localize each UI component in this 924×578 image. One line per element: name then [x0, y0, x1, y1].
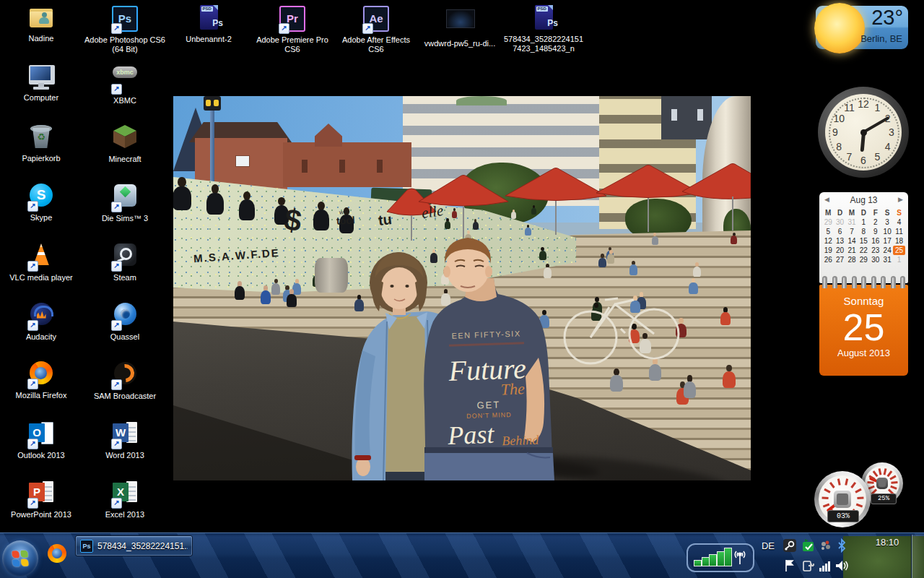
- calendar-day[interactable]: 29: [822, 217, 834, 227]
- aftereffects-icon: Ae↗: [362, 6, 390, 33]
- calendar-prev-button[interactable]: ◀: [824, 196, 829, 203]
- desktop-icon-excel[interactable]: X↗Excel 2013: [84, 478, 165, 519]
- calendar-day[interactable]: 9: [870, 227, 881, 236]
- open-photo-image[interactable]: M.S.A.W.F.DE $ wee tool tu elle: [173, 96, 751, 480]
- calendar-day[interactable]: 5: [822, 227, 834, 236]
- calendar-day[interactable]: 6: [834, 227, 845, 236]
- desktop-icon-psd-file[interactable]: PSDPsUnbenannt-2: [168, 4, 249, 44]
- desktop-icon-minecraft[interactable]: Minecraft: [84, 123, 165, 164]
- calendar-day[interactable]: 26: [822, 255, 834, 264]
- desktop-icon-outlook[interactable]: O↗Outlook 2013: [1, 419, 82, 460]
- calendar-day[interactable]: 30: [870, 255, 881, 264]
- desktop-icon-recycle-bin[interactable]: ♻Papierkorb: [1, 123, 82, 163]
- calendar-day[interactable]: 15: [858, 236, 869, 246]
- calendar-day[interactable]: 21: [846, 246, 858, 255]
- desktop-icon-audacity[interactable]: ↗Audacity: [1, 301, 82, 342]
- desktop-icon-powerpoint[interactable]: P↗PowerPoint 2013: [1, 478, 82, 519]
- calendar-day[interactable]: 17: [881, 236, 893, 246]
- security-tray-icon[interactable]: [801, 538, 816, 553]
- clock-numeral: 11: [844, 102, 855, 113]
- calendar-today-pad: Sonntag 25 August 2013: [819, 285, 908, 376]
- desktop-icon-sims3[interactable]: ↗Die Sims™ 3: [84, 182, 165, 223]
- calendar-day[interactable]: 13: [834, 236, 845, 246]
- shortcut-arrow-icon: ↗: [111, 320, 122, 331]
- shortcut-arrow-icon: ↗: [111, 439, 122, 449]
- desktop-icon-firefox[interactable]: ↗Mozilla Firefox: [1, 360, 82, 400]
- calendar-day[interactable]: 20: [834, 246, 845, 255]
- calendar-day[interactable]: 12: [822, 236, 834, 246]
- desktop-icon-label: Word 2013: [84, 451, 165, 460]
- taskbar-window-button[interactable]: Ps 578434_35282224151...: [75, 535, 193, 556]
- desktop-icon-image-file[interactable]: vwdwrd-pw5_ru-di...: [419, 4, 500, 48]
- calendar-day[interactable]: 2: [870, 217, 881, 227]
- volume-tray-icon[interactable]: [834, 558, 849, 573]
- premiere-icon: Pr↗: [279, 6, 306, 33]
- desktop-icon-photoshop[interactable]: Ps↗Adobe Photoshop CS6 (64 Bit): [84, 4, 165, 54]
- calendar-day[interactable]: 28: [846, 255, 858, 264]
- clock-gadget[interactable]: 121234567891011: [818, 87, 909, 178]
- shortcut-arrow-icon: ↗: [27, 201, 38, 212]
- weather-gadget[interactable]: 23° Berlin, BE: [816, 6, 908, 49]
- desktop-icon-premiere[interactable]: Pr↗Adobe Premiere Pro CS6: [252, 4, 333, 54]
- desktop-icon-aftereffects[interactable]: Ae↗Adobe After Effects CS6: [336, 4, 417, 54]
- calendar-day[interactable]: 31: [881, 255, 893, 264]
- calendar-gadget[interactable]: ◀ Aug 13 ▶ MDMDFSS2930311234567891011121…: [819, 192, 908, 376]
- taskbar-clock[interactable]: 18:10 Sonntag 25.08.2013: [843, 536, 905, 578]
- desktop-icon-skype[interactable]: S↗Skype: [1, 182, 82, 223]
- bluetooth-tray-icon[interactable]: [834, 538, 849, 553]
- desktop-icon-word[interactable]: W↗Word 2013: [84, 419, 165, 460]
- calendar-day[interactable]: 1: [858, 217, 869, 227]
- desktop-icon-label: VLC media player: [1, 273, 82, 282]
- calendar-day[interactable]: 11: [893, 227, 905, 236]
- desktop-icon-quassel[interactable]: ↗Quassel: [84, 301, 165, 342]
- desktop-icon-label: Outlook 2013: [1, 451, 82, 460]
- taskbar-firefox-icon[interactable]: [48, 544, 66, 563]
- show-desktop-button[interactable]: [911, 535, 924, 578]
- calendar-day[interactable]: 24: [881, 246, 893, 255]
- action-center-tray-icon[interactable]: [783, 558, 797, 573]
- desktop-icon-computer[interactable]: Computer: [1, 64, 82, 103]
- desktop-icon-xbmc[interactable]: xbmc↗XBMC: [84, 64, 165, 105]
- safely-remove-tray-icon[interactable]: [801, 558, 816, 573]
- desktop-icon-sam-broadcaster[interactable]: ↗SAM Broadcaster: [84, 360, 165, 401]
- shortcut-arrow-icon: ↗: [27, 320, 38, 331]
- calendar-day[interactable]: 27: [834, 255, 845, 264]
- desktop: NadinePs↗Adobe Photoshop CS6 (64 Bit)PSD…: [0, 0, 924, 578]
- language-indicator[interactable]: DE: [759, 540, 777, 551]
- desktop-icon-steam[interactable]: ↗Steam: [84, 241, 165, 282]
- calendar-next-button[interactable]: ▶: [898, 196, 903, 203]
- firefox-icon: ↗: [27, 361, 55, 389]
- shortcut-arrow-icon: ↗: [362, 23, 373, 34]
- spiral-ring: [900, 276, 905, 288]
- calendar-selected-day[interactable]: 25: [893, 246, 905, 255]
- calendar-day[interactable]: 18: [893, 236, 905, 246]
- desktop-icon-folder-user[interactable]: Nadine: [1, 4, 82, 43]
- desktop-icon-vlc[interactable]: ↗VLC media player: [1, 241, 82, 282]
- calendar-day[interactable]: 1: [893, 255, 905, 264]
- desktop-icon-label: SAM Broadcaster: [84, 392, 165, 401]
- calendar-day[interactable]: 7: [846, 227, 858, 236]
- calendar-day[interactable]: 4: [893, 217, 905, 227]
- calendar-day[interactable]: 22: [858, 246, 869, 255]
- steam-tray-icon[interactable]: [783, 538, 797, 553]
- quassel-icon: ↗: [111, 303, 139, 330]
- device-tray-icon[interactable]: [819, 538, 833, 553]
- calendar-day[interactable]: 23: [870, 246, 881, 255]
- calendar-day[interactable]: 16: [870, 236, 881, 246]
- calendar-day[interactable]: 14: [846, 236, 858, 246]
- svg-text:GET: GET: [476, 399, 500, 410]
- calendar-day[interactable]: 29: [858, 255, 869, 264]
- calendar-day[interactable]: 30: [834, 217, 845, 227]
- audacity-icon: ↗: [27, 303, 55, 330]
- calendar-day[interactable]: 10: [881, 227, 893, 236]
- signal-tray-icon[interactable]: [819, 558, 833, 573]
- start-button[interactable]: [2, 540, 38, 577]
- calendar-day[interactable]: 8: [858, 227, 869, 236]
- calendar-day[interactable]: 19: [822, 246, 834, 255]
- image-file-icon: [446, 9, 474, 37]
- calendar-day[interactable]: 3: [881, 217, 893, 227]
- calendar-day[interactable]: 31: [846, 217, 858, 227]
- network-meter[interactable]: [687, 543, 754, 572]
- desktop-icon-psd-file[interactable]: PSDPs578434_35282224151 7423_1485423_n: [503, 4, 584, 53]
- steam-icon: ↗: [111, 243, 139, 271]
